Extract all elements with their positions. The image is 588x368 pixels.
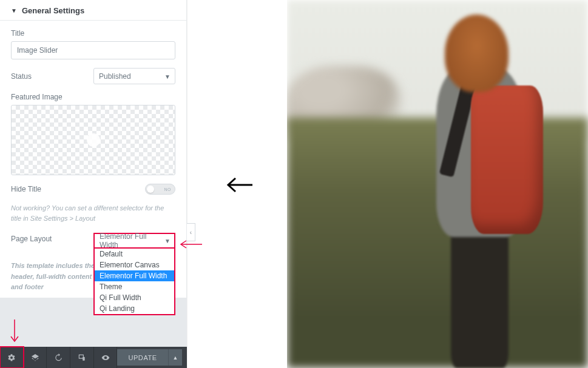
status-label: Status [11,72,32,81]
settings-button[interactable] [0,347,24,368]
panel-title: General Settings [22,6,84,15]
title-label: Title [11,29,175,38]
panel-header[interactable]: ▼ General Settings [0,0,186,21]
layout-option[interactable]: Elementor Canvas [95,259,174,270]
chevron-left-icon: ‹ [190,229,192,236]
hide-title-toggle[interactable]: NO [145,184,175,195]
layout-option[interactable]: Qi Landing [95,303,174,314]
featured-image-label: Featured Image [11,93,175,101]
update-button[interactable]: UPDATE [117,349,167,366]
history-button[interactable] [47,347,70,368]
annotation-arrow-back-icon [225,175,254,195]
featured-image-field: Featured Image [11,93,175,175]
hide-title-hint: Not working? You can set a different sel… [11,203,175,223]
page-layout-select[interactable]: Elementor Full Width [93,233,175,249]
panel-body: Title Status Published ▼ Featured Image … [0,21,186,293]
page-layout-label: Page Layout [11,235,52,243]
hide-title-field: Hide Title NO [11,184,175,195]
layers-icon [31,353,39,362]
caret-up-icon: ▲ [172,355,178,361]
layout-option[interactable]: Qi Full Width [95,292,174,303]
featured-image-picker[interactable] [11,105,175,175]
annotation-arrow-left-icon [179,239,203,249]
status-select[interactable]: Published [93,68,175,84]
title-input[interactable] [11,41,175,59]
layout-option[interactable]: Elementor Full Width [95,270,174,281]
layout-option[interactable]: Theme [95,281,174,292]
layout-option[interactable]: Default [95,249,174,259]
settings-sidebar: ▼ General Settings Title Status Publishe… [0,0,187,368]
preview-image [287,0,588,368]
preview-button[interactable] [94,347,118,368]
annotation-arrow-down-icon [8,318,21,344]
status-field: Status Published ▼ [11,68,175,84]
hide-title-label: Hide Title [11,185,41,193]
page-layout-field: Page Layout Elementor Full Width ▼ Defau… [11,233,175,249]
page-layout-value: Elementor Full Width [100,232,160,249]
page-layout-dropdown[interactable]: DefaultElementor CanvasElementor Full Wi… [93,249,175,315]
status-value: Published [99,72,131,81]
responsive-button[interactable] [70,347,94,368]
navigator-button[interactable] [24,347,47,368]
svg-rect-1 [83,356,85,360]
gear-icon [7,353,16,362]
caret-down-icon: ▼ [11,7,17,14]
image-placeholder-icon [87,133,100,147]
bottom-toolbar: UPDATE ▲ [0,347,187,368]
toggle-knob [147,186,154,193]
title-field: Title [11,29,175,59]
collapse-sidebar-button[interactable]: ‹ [187,223,195,241]
template-hint: This template includes the header, full-… [11,261,96,293]
responsive-icon [78,353,86,362]
history-icon [54,353,63,362]
update-options-button[interactable]: ▲ [168,349,182,366]
eye-icon [101,353,110,362]
toggle-off-label: NO [164,187,172,192]
